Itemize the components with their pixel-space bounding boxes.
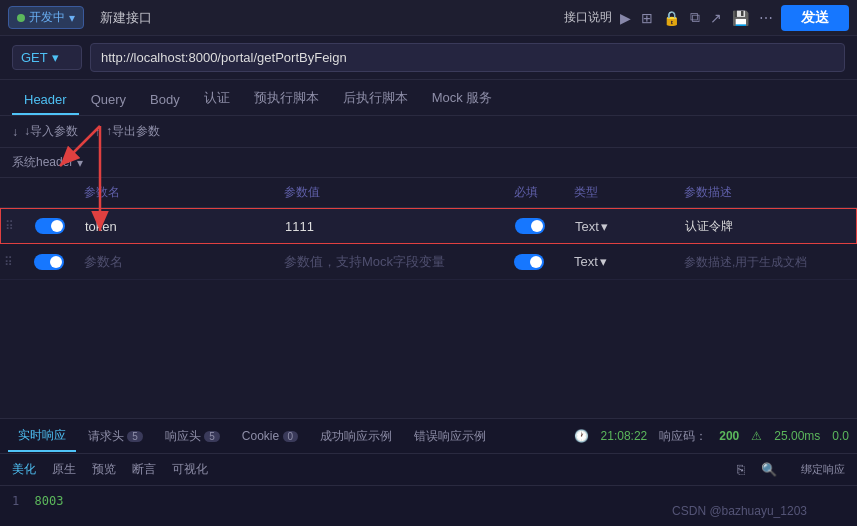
resp-tab-success-example[interactable]: 成功响应示例 bbox=[310, 422, 402, 451]
col-value-header: 参数值 bbox=[284, 184, 514, 201]
tab-mock[interactable]: Mock 服务 bbox=[420, 83, 505, 115]
method-label: GET bbox=[21, 50, 48, 65]
tab-body[interactable]: Body bbox=[138, 86, 192, 115]
tab-auth[interactable]: 认证 bbox=[192, 83, 242, 115]
import-params-btn[interactable]: ↓ ↓导入参数 bbox=[12, 123, 78, 140]
drag-handle-2[interactable]: ⠿ bbox=[4, 255, 34, 269]
param-row-empty: ⠿ Text ▾ bbox=[0, 244, 857, 280]
params-table: 参数名 参数值 必填 类型 参数描述 ⠿ Text ▾ ⠿ bbox=[0, 178, 857, 418]
empty-enabled-toggle[interactable] bbox=[34, 254, 64, 270]
response-value: 8003 bbox=[34, 494, 63, 508]
token-type-label: Text bbox=[575, 219, 599, 234]
resp-view-beautify[interactable]: 美化 bbox=[12, 461, 36, 478]
resp-tab-resp-headers[interactable]: 响应头 5 bbox=[155, 422, 230, 451]
export-params-btn[interactable]: ↑ ↑导出参数 bbox=[94, 123, 160, 140]
copy-icon[interactable]: ⧉ bbox=[690, 9, 700, 26]
sys-header-chevron-icon: ▾ bbox=[77, 156, 83, 170]
token-enabled-toggle[interactable] bbox=[35, 218, 65, 234]
top-bar: 开发中 ▾ 新建接口 接口说明 ▶ ⊞ 🔒 ⧉ ↗ 💾 ⋯ 发送 bbox=[0, 0, 857, 36]
col-type-header: 类型 bbox=[574, 184, 654, 201]
dev-mode-badge[interactable]: 开发中 ▾ bbox=[8, 6, 84, 29]
empty-required-toggle[interactable] bbox=[514, 254, 544, 270]
tab-pre-script[interactable]: 预执行脚本 bbox=[242, 83, 331, 115]
export-icon: ↑ bbox=[94, 125, 100, 139]
chevron-down-icon: ▾ bbox=[69, 11, 75, 25]
col-desc-header: 参数描述 bbox=[684, 184, 824, 201]
watermark: CSDN @bazhuayu_1203 bbox=[672, 504, 807, 518]
token-required-toggle[interactable] bbox=[515, 218, 545, 234]
col-required-header: 必填 bbox=[514, 184, 574, 201]
response-status-label: 响应码： bbox=[659, 428, 707, 445]
method-chevron-icon: ▾ bbox=[52, 50, 59, 65]
resp-view-raw[interactable]: 原生 bbox=[52, 461, 76, 478]
col-name-header: 参数名 bbox=[84, 184, 284, 201]
empty-type-label: Text bbox=[574, 254, 598, 269]
tab-header[interactable]: Header bbox=[12, 86, 79, 115]
resp-tab-req-headers[interactable]: 请求头 5 bbox=[78, 422, 153, 451]
lock-icon[interactable]: 🔒 bbox=[663, 10, 680, 26]
empty-name-input[interactable] bbox=[84, 254, 284, 269]
response-view-toolbar: 美化 原生 预览 断言 可视化 ⎘ 🔍 绑定响应 bbox=[0, 454, 857, 486]
import-icon: ↓ bbox=[12, 125, 18, 139]
response-duration: 25.00ms bbox=[774, 429, 820, 443]
send-button[interactable]: 发送 bbox=[781, 5, 849, 31]
empty-desc-input[interactable] bbox=[684, 255, 824, 269]
resp-view-preview[interactable]: 预览 bbox=[92, 461, 116, 478]
tab-query[interactable]: Query bbox=[79, 86, 138, 115]
params-toolbar: ↓ ↓导入参数 ↑ ↑导出参数 bbox=[0, 116, 857, 148]
response-status-code: 200 bbox=[719, 429, 739, 443]
resp-view-assert[interactable]: 断言 bbox=[132, 461, 156, 478]
empty-type-chevron-icon: ▾ bbox=[600, 254, 607, 269]
save-icon[interactable]: 💾 bbox=[732, 10, 749, 26]
warning-icon: ⚠ bbox=[751, 429, 762, 443]
params-table-header: 参数名 参数值 必填 类型 参数描述 bbox=[0, 178, 857, 208]
resp-tab-cookie[interactable]: Cookie 0 bbox=[232, 423, 308, 449]
response-tab-bar: 实时响应 请求头 5 响应头 5 Cookie 0 成功响应示例 错误响应示例 … bbox=[0, 418, 857, 454]
binding-resp-btn[interactable]: 绑定响应 bbox=[801, 462, 845, 477]
tab-post-script[interactable]: 后执行脚本 bbox=[331, 83, 420, 115]
grid-icon[interactable]: ⊞ bbox=[641, 10, 653, 26]
token-type-chevron-icon: ▾ bbox=[601, 219, 608, 234]
param-row-token: ⠿ Text ▾ bbox=[0, 208, 857, 244]
dev-mode-label: 开发中 bbox=[29, 9, 65, 26]
url-input[interactable] bbox=[90, 43, 845, 72]
token-type-select[interactable]: Text ▾ bbox=[575, 219, 655, 234]
url-bar: GET ▾ bbox=[0, 36, 857, 80]
response-line-number: 1 bbox=[12, 494, 19, 508]
more-icon[interactable]: ⋯ bbox=[759, 10, 773, 26]
token-desc-input[interactable] bbox=[685, 219, 825, 233]
status-dot bbox=[17, 14, 25, 22]
method-select[interactable]: GET ▾ bbox=[12, 45, 82, 70]
sys-header-label-text: 系统header bbox=[12, 154, 73, 171]
resp-tab-error-example[interactable]: 错误响应示例 bbox=[404, 422, 496, 451]
play-icon[interactable]: ▶ bbox=[620, 10, 631, 26]
new-tab-title: 新建接口 bbox=[92, 9, 160, 27]
response-extra: 0.0 bbox=[832, 429, 849, 443]
main-content: ↓ ↓导入参数 ↑ ↑导出参数 系统header ▾ 参数名 参数值 必填 类型… bbox=[0, 116, 857, 418]
resp-tab-realtime[interactable]: 实时响应 bbox=[8, 421, 76, 452]
token-name-input[interactable] bbox=[85, 219, 285, 234]
request-tab-bar: Header Query Body 认证 预执行脚本 后执行脚本 Mock 服务 bbox=[0, 80, 857, 116]
response-info: 🕐 21:08:22 响应码： 200 ⚠ 25.00ms 0.0 bbox=[574, 428, 849, 445]
empty-value-input[interactable] bbox=[284, 254, 514, 269]
drag-handle[interactable]: ⠿ bbox=[5, 219, 35, 233]
empty-type-select[interactable]: Text ▾ bbox=[574, 254, 654, 269]
sys-header-bar: 系统header ▾ bbox=[0, 148, 857, 178]
token-value-input[interactable] bbox=[285, 219, 515, 234]
sys-header-toggle[interactable]: 系统header ▾ bbox=[12, 154, 83, 171]
share-icon[interactable]: ↗ bbox=[710, 10, 722, 26]
top-bar-icons: ▶ ⊞ 🔒 ⧉ ↗ 💾 ⋯ bbox=[620, 9, 773, 26]
api-explain-btn[interactable]: 接口说明 bbox=[564, 9, 612, 26]
search-icon[interactable]: 🔍 bbox=[761, 462, 777, 477]
response-time: 21:08:22 bbox=[601, 429, 648, 443]
copy2-icon[interactable]: ⎘ bbox=[737, 462, 745, 477]
resp-view-visual[interactable]: 可视化 bbox=[172, 461, 208, 478]
clock-icon: 🕐 bbox=[574, 429, 589, 443]
